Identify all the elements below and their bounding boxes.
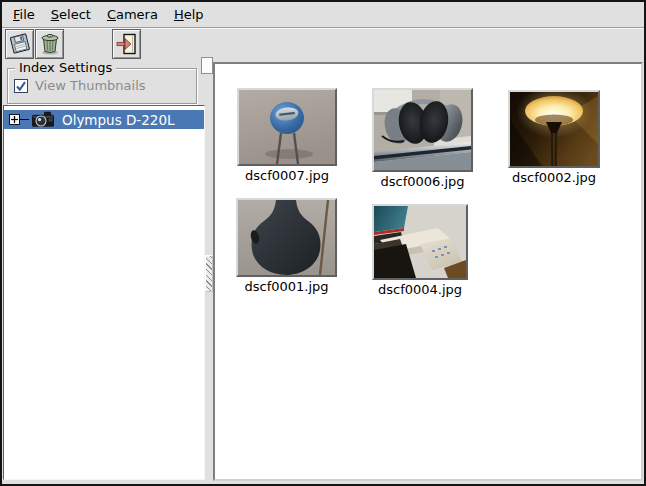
- thumbnail-image-dscf0001[interactable]: [236, 198, 337, 277]
- menu-camera-label: Camera: [107, 7, 158, 22]
- checkmark-icon: [15, 80, 27, 92]
- delete-button[interactable]: [35, 29, 64, 59]
- view-thumbnails-label: View Thumbnails: [35, 78, 146, 93]
- photo-lamp: [510, 92, 598, 166]
- photo-printer: [374, 206, 466, 278]
- index-settings-title: Index Settings: [15, 60, 116, 76]
- floppy-disk-icon: [8, 32, 32, 56]
- menu-select[interactable]: Select: [44, 3, 98, 26]
- thumbnail-filename[interactable]: dscf0004.jpg: [352, 282, 488, 297]
- camera-icon: [31, 111, 55, 128]
- index-settings-frame: Index Settings View Thumbnails: [7, 68, 197, 104]
- thumbnail-image-dscf0004[interactable]: [372, 204, 468, 280]
- gtkam-window: File Select Camera Help: [0, 0, 646, 486]
- thumbnail-filename[interactable]: dscf0002.jpg: [491, 170, 617, 185]
- photo-guitar-case: [238, 200, 335, 275]
- menu-help-label: Help: [174, 7, 204, 22]
- splitter-top-notch: [201, 57, 213, 74]
- menu-select-label: Select: [51, 7, 91, 22]
- camera-tree-label: Olympus D-220L: [62, 112, 175, 128]
- thumbnail-image-dscf0006[interactable]: [372, 88, 473, 172]
- exit-door-icon: [115, 32, 139, 56]
- thumbnail-filename[interactable]: dscf0001.jpg: [216, 279, 357, 294]
- camera-tree[interactable]: Olympus D-220L: [3, 105, 205, 480]
- menu-file[interactable]: File: [6, 3, 42, 26]
- thumbnail-filename[interactable]: dscf0007.jpg: [217, 168, 357, 183]
- thumbnail-filename[interactable]: dscf0006.jpg: [352, 174, 493, 189]
- expander-plus-icon[interactable]: [9, 114, 20, 125]
- tree-connector-line: [20, 119, 29, 120]
- photo-blue-component: [239, 90, 335, 164]
- trash-icon: [38, 32, 62, 56]
- menu-bar: File Select Camera Help: [2, 2, 644, 28]
- splitter-handle[interactable]: [205, 255, 213, 292]
- photo-headphones: [374, 90, 471, 170]
- exit-button[interactable]: [112, 29, 141, 59]
- menu-camera[interactable]: Camera: [100, 3, 165, 26]
- thumbnail-image-dscf0002[interactable]: [508, 90, 600, 168]
- checkbox-box[interactable]: [14, 79, 28, 93]
- menu-help[interactable]: Help: [167, 3, 211, 26]
- save-button[interactable]: [5, 29, 34, 59]
- view-thumbnails-checkbox[interactable]: View Thumbnails: [14, 78, 146, 93]
- thumbnail-panel: dscf0007.jpg: [213, 62, 643, 481]
- plus-icon: [10, 115, 19, 124]
- menu-file-label: File: [13, 7, 35, 22]
- thumbnail-image-dscf0007[interactable]: [237, 88, 337, 166]
- tree-row-olympus[interactable]: Olympus D-220L: [4, 110, 204, 129]
